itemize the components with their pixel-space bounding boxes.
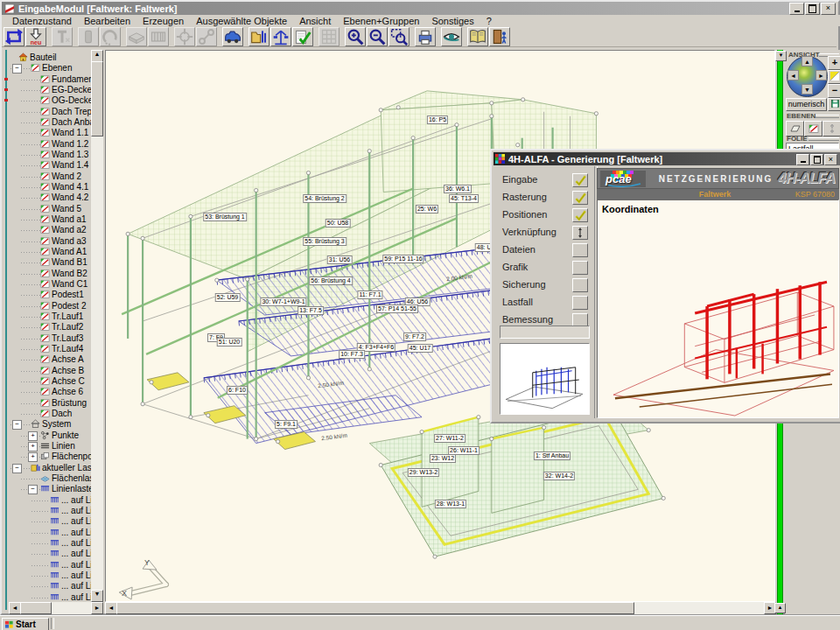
tree-hscroll-thumb[interactable]	[20, 602, 52, 614]
tree-item-tr-lauf4[interactable]: Tr.Lauf4	[9, 344, 91, 354]
tree-hscrollbar[interactable]: ◄ ►	[9, 602, 103, 614]
toolbar-zoom-window-button[interactable]	[388, 27, 410, 46]
tree-item-og-decke[interactable]: OG-Decke	[9, 95, 91, 106]
tree-item--auf-linie[interactable]: ... auf Linie	[9, 592, 91, 603]
step-status-button[interactable]	[572, 243, 588, 257]
rotate-down-button[interactable]: ▼	[802, 84, 813, 94]
tree-item-wand-a2[interactable]: Wand a2	[9, 225, 91, 235]
toolbar-zoom-in-button[interactable]	[345, 27, 366, 46]
tree-item-dach-anbau[interactable]: Dach Anbau	[9, 117, 91, 128]
minimize-button[interactable]	[789, 3, 804, 15]
tree-expander-expand-icon[interactable]: +	[28, 442, 38, 452]
menu-bearbeiten[interactable]: Bearbeiten	[79, 16, 136, 26]
tree-item-wand-5[interactable]: Wand 5	[9, 204, 91, 214]
tree-item--auf-linie[interactable]: ... auf Linie	[9, 528, 91, 538]
tree-item-wand-c1[interactable]: Wand C1	[9, 279, 91, 290]
canvas-hscroll-thumb[interactable]	[116, 602, 634, 614]
tree-item-dach[interactable]: Dach	[9, 409, 91, 419]
dialog-close-button[interactable]: ×	[824, 154, 837, 165]
perspective-button[interactable]	[828, 70, 840, 84]
tree-item-fundamente[interactable]: Fundamente	[9, 74, 91, 85]
tree-item-wand-2[interactable]: Wand 2	[9, 172, 91, 182]
tree-item--auf-linie[interactable]: ... auf Linie	[9, 560, 91, 570]
toolbar-print-button[interactable]	[415, 27, 436, 46]
step-status-button[interactable]	[572, 208, 588, 222]
rotate-left-button[interactable]: ◄	[788, 70, 799, 80]
scroll-right-icon[interactable]: ►	[91, 602, 103, 614]
tree-item-dach-treppenhaus[interactable]: Dach Treppenhaus	[9, 107, 91, 117]
toolbar-exit-button[interactable]	[489, 27, 510, 46]
tree-item-wand-a1[interactable]: Wand a1	[9, 214, 91, 225]
tree-item-achse-b[interactable]: Achse B	[9, 366, 91, 376]
tree-item-punkte[interactable]: +Punkte	[9, 430, 91, 441]
tree-item--auf-linie[interactable]: ... auf Linie	[9, 581, 91, 592]
tree-expander-collapse-icon[interactable]: −	[28, 485, 38, 494]
ebenen-axis-button[interactable]	[822, 121, 840, 136]
tree-item-achse-a[interactable]: Achse A	[9, 354, 91, 365]
tree-item--auf-linie[interactable]: ... auf Linie	[9, 506, 91, 516]
maximize-button[interactable]	[805, 3, 820, 15]
tree-item-achse-6[interactable]: Achse 6	[9, 387, 91, 397]
tree-item-aktueller-lastfall[interactable]: −aktueller Lastfall	[9, 463, 91, 473]
scroll-down-icon[interactable]: ▼	[91, 590, 103, 602]
tree-item-wand-a3[interactable]: Wand a3	[9, 236, 91, 247]
tree-item-linienlasten[interactable]: −Linienlasten	[9, 484, 91, 494]
canvas-hscrollbar[interactable]: ◄ ►	[105, 602, 775, 614]
tree-item-tr-lauf2[interactable]: Tr.Lauf2	[9, 322, 91, 332]
tree-item-wand-b1[interactable]: Wand B1	[9, 257, 91, 268]
tree-item--auf-linie[interactable]: ... auf Linie	[9, 538, 91, 549]
toolbar-car-button[interactable]	[222, 27, 243, 46]
tree-vscrollbar[interactable]: ▲ ▼	[91, 50, 103, 602]
tree-item--auf-linie[interactable]: ... auf Linie	[9, 495, 91, 506]
toolbar-check-doc-button[interactable]	[292, 27, 313, 46]
tree-item-wand-4-1[interactable]: Wand 4.1	[9, 182, 91, 192]
toolbar-workflow-button[interactable]	[4, 27, 24, 46]
tree-item-flächenpositionen[interactable]: +Flächenpositionen	[9, 452, 91, 462]
toolbar-eye-button[interactable]	[441, 27, 462, 46]
tree-item--auf-linie[interactable]: ... auf Linie	[9, 570, 91, 581]
tree-expander-collapse-icon[interactable]: −	[12, 420, 22, 430]
step-status-button[interactable]	[572, 296, 588, 310]
tree-item--auf-linie[interactable]: ... auf Linie	[9, 516, 91, 527]
toolbar-folder-load-button[interactable]	[248, 27, 270, 46]
tree-expander-collapse-icon[interactable]: −	[12, 64, 22, 74]
step-status-button[interactable]	[572, 278, 588, 292]
tree-item-wand-a1[interactable]: Wand A1	[9, 247, 91, 257]
tree-item-tr-lauf1[interactable]: Tr.Lauf1	[9, 312, 91, 322]
zoom-out-button[interactable]: −	[828, 84, 840, 98]
start-button[interactable]: Start	[2, 618, 49, 630]
scroll-up-icon[interactable]: ▲	[91, 50, 103, 62]
menu--[interactable]: ?	[481, 16, 497, 26]
tree-expander-expand-icon[interactable]: +	[28, 431, 38, 441]
step-status-button[interactable]	[572, 261, 588, 275]
numerisch-button[interactable]: numerisch	[786, 98, 827, 111]
step-status-button[interactable]	[572, 226, 588, 240]
tree-item-wand-1-4[interactable]: Wand 1.4	[9, 160, 91, 171]
close-button[interactable]: ×	[821, 3, 836, 15]
tree-item-flächenlasten[interactable]: Flächenlasten	[9, 473, 91, 484]
toolbar-new-button[interactable]: neu	[25, 27, 46, 46]
tree-item-podest-2[interactable]: Podest 2	[9, 301, 91, 312]
tree-item-tr-lauf3[interactable]: Tr.Lauf3	[9, 333, 91, 344]
menu-datenzustand[interactable]: Datenzustand	[7, 16, 77, 26]
tree-item--auf-linie[interactable]: ... auf Linie	[9, 549, 91, 559]
tree-item-ebenen[interactable]: −Ebenen	[9, 63, 91, 74]
tree-item-wand-b2[interactable]: Wand B2	[9, 269, 91, 279]
toolbar-book-button[interactable]	[467, 27, 488, 46]
dialog-maximize-button[interactable]	[810, 154, 823, 165]
scroll-left-icon[interactable]: ◄	[105, 602, 117, 614]
tree-expander-expand-icon[interactable]: +	[28, 452, 38, 462]
tree-item-eg-decke[interactable]: EG-Decke	[9, 85, 91, 95]
scroll-left-icon[interactable]: ◄	[9, 602, 21, 614]
tree-item-wand-1-3[interactable]: Wand 1.3	[9, 150, 91, 160]
rotate-up-button[interactable]: ▲	[802, 56, 813, 66]
panel-collapse-top-button[interactable]: ▼	[775, 51, 787, 61]
save-view-button[interactable]	[828, 98, 840, 111]
rotate-right-button[interactable]: ►	[816, 70, 827, 80]
panel-collapse-bottom-button[interactable]: ▲	[774, 603, 786, 613]
menu-erzeugen[interactable]: Erzeugen	[137, 16, 189, 26]
tree-vscroll-thumb[interactable]	[91, 61, 103, 136]
tree-item-bauteil[interactable]: Bauteil	[9, 52, 91, 63]
tree-expander-collapse-icon[interactable]: −	[12, 464, 22, 473]
step-status-button[interactable]	[572, 191, 588, 205]
